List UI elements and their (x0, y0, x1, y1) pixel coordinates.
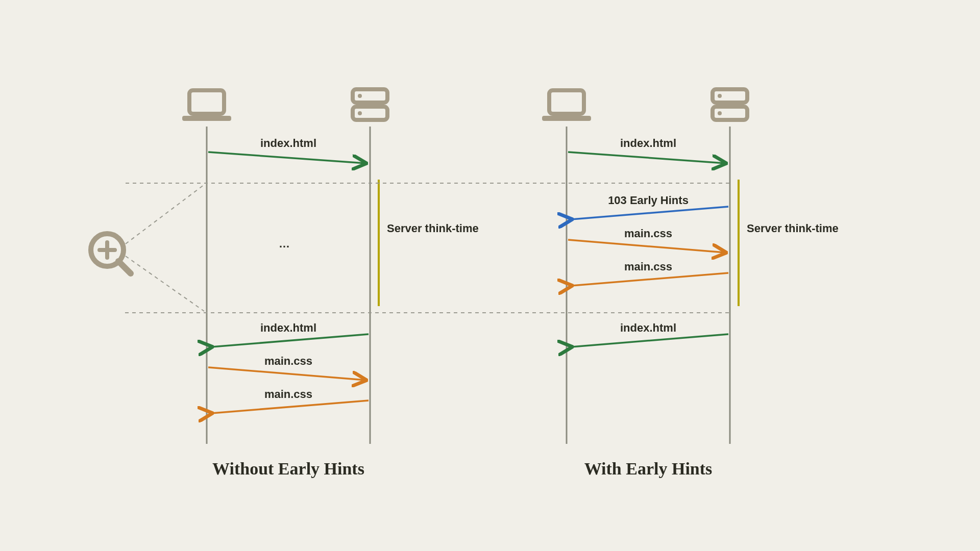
laptop-icon (182, 90, 231, 121)
label-request-css: main.css (624, 227, 672, 240)
server-icon (353, 89, 387, 120)
svg-point-11 (718, 111, 722, 115)
svg-rect-6 (549, 90, 584, 114)
svg-line-12 (126, 185, 204, 244)
svg-point-4 (358, 94, 362, 98)
svg-line-17 (118, 261, 131, 273)
label-response-css: main.css (264, 388, 312, 400)
arrow-response-index (571, 334, 728, 347)
label-request-css: main.css (264, 355, 312, 367)
label-request-index: index.html (620, 137, 676, 149)
svg-rect-0 (189, 90, 224, 114)
label-early-hints: 103 Early Hints (608, 194, 689, 207)
arrow-response-css (211, 400, 369, 413)
arrow-request-index (568, 152, 725, 163)
panel-title-without: Without Early Hints (212, 459, 364, 478)
label-response-index: index.html (620, 321, 676, 334)
idle-indicator: … (279, 237, 290, 250)
early-hints-diagram: index.html Server think-time … index.htm… (0, 0, 980, 551)
label-response-index: index.html (260, 321, 316, 334)
svg-point-10 (718, 94, 722, 98)
arrow-response-css (571, 273, 728, 286)
svg-line-13 (126, 256, 204, 311)
label-think-time: Server think-time (387, 222, 479, 235)
arrow-request-css (208, 367, 365, 380)
label-response-css: main.css (624, 260, 672, 273)
svg-rect-1 (182, 116, 231, 121)
arrow-request-index (208, 152, 365, 163)
label-request-index: index.html (260, 137, 316, 149)
panel-without-early-hints: index.html Server think-time … index.htm… (182, 89, 479, 478)
arrow-request-css (568, 240, 725, 253)
svg-point-5 (358, 111, 362, 115)
zoom-in-icon (91, 185, 204, 311)
arrow-early-hints (571, 207, 728, 219)
server-icon (713, 89, 747, 120)
label-think-time: Server think-time (747, 222, 839, 235)
arrow-response-index (211, 334, 369, 347)
laptop-icon (542, 90, 591, 121)
panel-with-early-hints: index.html Server think-time 103 Early H… (542, 89, 839, 478)
svg-rect-7 (542, 116, 591, 121)
panel-title-with: With Early Hints (584, 459, 713, 478)
